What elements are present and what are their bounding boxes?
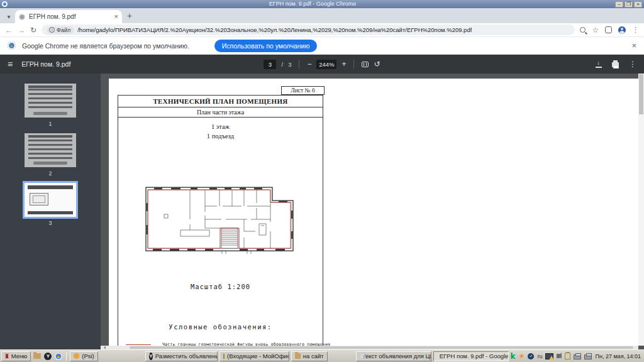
window-minimize-button[interactable]: – — [615, 1, 623, 8]
thumb-detail — [28, 89, 72, 110]
menu-button[interactable]: Меню — [1, 351, 31, 361]
task-label: Разместить объявление ... — [155, 353, 218, 359]
pdf-toolbar: ≡ ЕГРН пом. 9.pdf 3 / 3 − 244% + ↺ ⋮ — [0, 55, 644, 74]
menu-label: Меню — [11, 353, 28, 359]
task-label: на сайт — [303, 353, 324, 359]
task-psi[interactable]: (Psi) — [70, 351, 98, 361]
pdf-more-icon[interactable]: ⋮ — [629, 60, 636, 69]
chrome-logo-icon — [2, 1, 8, 7]
reload-icon[interactable]: ↻ — [30, 25, 36, 36]
thumbnail-label: 1 — [48, 121, 52, 127]
floor-label: 1 этаж — [118, 123, 323, 130]
task-text-doc[interactable]: Текст объявления для ЦИ... — [356, 351, 431, 361]
download-icon[interactable] — [596, 61, 602, 68]
chrome-icon — [55, 353, 62, 360]
default-browser-infobar: Google Chrome не является браузером по у… — [0, 37, 644, 55]
quicklaunch-files[interactable] — [33, 351, 42, 361]
back-icon[interactable]: ← — [5, 25, 13, 36]
tab-title: ЕГРН пом. 9.pdf — [29, 13, 111, 20]
zoom-level-input[interactable]: 244% — [316, 60, 336, 69]
thumbnail-image[interactable] — [25, 84, 76, 118]
task-folder-nasait[interactable]: на сайт — [291, 351, 327, 361]
horizontal-scroll-thumb[interactable] — [130, 346, 633, 349]
profile-avatar-icon[interactable] — [618, 26, 626, 34]
fit-page-icon[interactable] — [362, 62, 369, 67]
quicklaunch-yandex[interactable]: Y — [43, 351, 52, 361]
folder-icon — [295, 353, 300, 359]
thumbnail-page-1[interactable]: 1 — [25, 84, 76, 127]
pdf-content-area: 1 2 3 Лист № 6 — [0, 74, 644, 349]
vertical-scroll-thumb[interactable] — [639, 74, 643, 114]
side-panel-icon[interactable] — [605, 26, 612, 33]
toolbar-divider — [299, 60, 299, 69]
document-subtitle: План части этажа — [118, 107, 323, 118]
window-maximize-button[interactable]: ❐ — [625, 1, 633, 8]
thumbnail-page-3-selected[interactable]: 3 — [25, 183, 76, 226]
bookmark-star-icon[interactable]: ☆ — [592, 26, 599, 35]
pdf-menu-icon[interactable]: ≡ — [8, 59, 13, 69]
file-scheme-chip[interactable]: i Файл — [47, 26, 74, 34]
folder-icon — [33, 353, 41, 359]
infobar-message: Google Chrome не является браузером по у… — [22, 42, 189, 50]
window-titlebar: ЕГРН пом. 9.pdf - Google Chrome – ❐ × — [0, 0, 644, 8]
thumb-detail — [33, 112, 67, 115]
info-icon: i — [49, 27, 55, 33]
forward-icon[interactable]: → — [18, 25, 25, 36]
rotate-icon[interactable]: ↺ — [374, 60, 380, 69]
zoom-in-icon[interactable]: + — [341, 60, 346, 69]
zoom-search-icon[interactable] — [580, 27, 586, 33]
task-myoffice-mail[interactable]: (Входящие - МойОфис По... — [219, 351, 289, 361]
psi-icon — [74, 353, 79, 359]
tab-egrn-pdf[interactable]: ЕГРН пом. 9.pdf × — [15, 10, 122, 23]
vertical-scrollbar[interactable] — [638, 74, 644, 346]
sheet-number-box: Лист № 6 — [281, 86, 325, 95]
tray-sync-icon[interactable]: ✓ — [528, 353, 534, 359]
thumbnail-label: 2 — [48, 170, 52, 177]
keyboard-layout-indicator[interactable]: ru — [537, 353, 542, 359]
page-number-input[interactable]: 3 — [264, 60, 276, 69]
scale-label: Масштаб 1:200 — [118, 283, 323, 290]
quicklaunch-chrome[interactable] — [54, 351, 63, 361]
thumbnail-image[interactable] — [25, 183, 76, 217]
window-close-button[interactable]: × — [634, 1, 642, 8]
task-chrome-egrn-active[interactable]: ЕГРН пом. 9.pdf - Google C... — [433, 351, 509, 361]
menu-logo-icon — [5, 353, 9, 359]
url-text: /home/gadylo/ПРИВАТИЗАЦИЯ/2.%20Аукцион/3… — [77, 26, 472, 33]
system-tray: k ★ ✓ ru Пн, 27 мая, 14:01 — [511, 352, 643, 361]
zoom-out-icon[interactable]: − — [307, 60, 311, 69]
tray-star-icon[interactable]: ★ — [519, 352, 525, 360]
entrance-label: 1 подъезд — [118, 133, 323, 140]
task-yandex-ad[interactable]: Y Разместить объявление ... — [145, 351, 218, 361]
tab-search-chevron-icon[interactable]: ▾ — [3, 11, 15, 22]
yandex-icon: Y — [149, 353, 152, 360]
legend-title: Условные обозначения: — [118, 323, 323, 331]
chrome-menu-icon[interactable]: ⋮ — [632, 26, 639, 34]
printer-icon[interactable] — [574, 354, 581, 359]
tab-strip: ▾ ЕГРН пом. 9.pdf × + — [0, 8, 644, 23]
volume-icon[interactable] — [557, 354, 560, 358]
toolbar-divider — [353, 60, 354, 69]
infobar-close-icon[interactable]: × — [631, 41, 636, 50]
set-default-button[interactable]: Использовать по умолчанию — [214, 40, 318, 52]
print-icon[interactable] — [612, 62, 619, 67]
thumb-detail — [28, 211, 73, 214]
pdf-viewer[interactable]: Лист № 6 ТЕХНИЧЕСКИЙ ПЛАН ПОМЕЩЕНИЯ План… — [101, 74, 644, 349]
document-title: ТЕХНИЧЕСКИЙ ПЛАН ПОМЕЩЕНИЯ — [118, 96, 323, 107]
tab-close-icon[interactable]: × — [114, 13, 118, 20]
task-label: (Psi) — [82, 353, 94, 359]
legend-red-line — [126, 344, 151, 345]
page-divider: / — [281, 61, 283, 68]
clipboard-icon[interactable] — [565, 353, 570, 359]
printer-icon-2[interactable] — [584, 354, 592, 359]
thumb-detail — [30, 193, 48, 206]
thumbnail-image[interactable] — [25, 133, 76, 167]
address-bar[interactable]: i Файл /home/gadylo/ПРИВАТИЗАЦИЯ/2.%20Ау… — [42, 25, 575, 35]
display-warning-icon[interactable] — [545, 353, 553, 359]
thumbnail-page-2[interactable]: 2 — [25, 133, 76, 177]
task-label: ЕГРН пом. 9.pdf - Google C... — [440, 353, 509, 359]
new-tab-button[interactable]: + — [122, 9, 137, 22]
tray-k-icon[interactable]: k — [511, 352, 516, 361]
window-title: ЕГРН пом. 9.pdf - Google Chrome — [10, 0, 615, 8]
thumb-detail — [28, 135, 72, 138]
clock[interactable]: Пн, 27 мая, 14:01 — [595, 353, 641, 359]
